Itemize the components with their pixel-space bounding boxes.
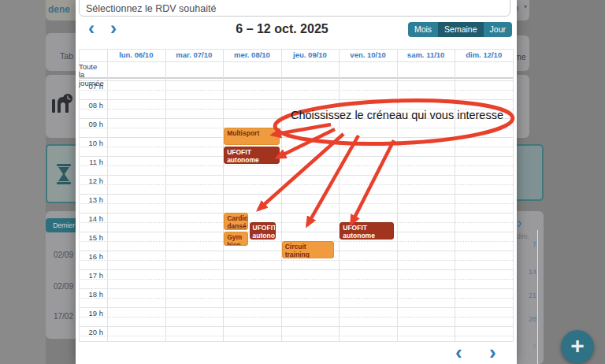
event-gym-bien-tre[interactable]: Gym bien-être	[224, 232, 248, 246]
grid-hour-line	[79, 99, 513, 100]
minical-divider	[537, 230, 538, 364]
hour-label: 20 h	[79, 328, 103, 336]
grid-hour-line	[79, 288, 513, 289]
grid-halfhour-line	[79, 260, 513, 261]
grid-hour-line	[79, 137, 513, 138]
hour-label: 19 h	[79, 309, 103, 318]
backdrop-facility-card[interactable]	[46, 75, 76, 138]
tab-label: Tab	[60, 51, 73, 61]
grid-halfhour-line	[79, 109, 513, 110]
grid-hour-line	[79, 307, 513, 308]
grid-hour-line	[79, 232, 513, 232]
history-date: 02/09	[54, 251, 73, 259]
grid-column-line	[223, 49, 224, 341]
grid-halfhour-line	[79, 222, 513, 223]
grid-halfhour-line	[79, 184, 513, 185]
grid-line	[79, 341, 513, 342]
minical-day-header: dim.	[517, 232, 529, 240]
event-ufofit-autonome[interactable]: UFOFIT autonome	[250, 222, 277, 240]
backdrop-left-margin	[0, 0, 46, 364]
hour-label: 15 h	[79, 233, 103, 242]
hour-label: 09 h	[79, 120, 103, 128]
backdrop-logo-card: dene	[46, 0, 76, 20]
grid-hour-line	[79, 213, 513, 214]
grid-line	[79, 77, 513, 79]
grid-column-line	[455, 49, 455, 341]
day-header-ven[interactable]: ven. 10/10	[339, 50, 397, 61]
minical-next-icon[interactable]: ›	[517, 214, 522, 232]
hour-label: 13 h	[79, 195, 103, 204]
grid-column-line	[79, 49, 80, 341]
grid-line	[79, 49, 513, 50]
grid-halfhour-line	[79, 317, 513, 318]
day-header-mar[interactable]: mar. 07/10	[165, 50, 224, 61]
caret-down-icon: ▾	[524, 3, 527, 10]
grid-halfhour-line	[79, 147, 513, 147]
grid-column-line	[513, 49, 514, 341]
grid-column-line	[339, 49, 340, 341]
grid-hour-line	[79, 269, 513, 270]
grid-hour-line	[79, 80, 513, 81]
grid-column-line	[281, 49, 282, 341]
event-multisport[interactable]: Multisport	[224, 128, 280, 145]
grid-halfhour-line	[79, 279, 513, 280]
hour-label: 18 h	[79, 290, 103, 299]
event-cardio-dans-[interactable]: Cardio dansé	[224, 213, 248, 230]
hour-label: 16 h	[79, 252, 103, 261]
hourglass-icon	[56, 164, 72, 184]
screen: dene Tab Dernier 02/0902/0917/02 ime ▾ n…	[0, 0, 605, 364]
grid-halfhour-line	[79, 128, 513, 128]
grid-column-line	[397, 49, 398, 341]
day-header-lun[interactable]: lun. 06/10	[107, 50, 165, 61]
logo-text: dene	[48, 4, 70, 15]
grid-line	[79, 61, 513, 62]
grid-hour-line	[79, 326, 513, 327]
hour-label: 12 h	[79, 176, 103, 185]
hour-label: 17 h	[79, 271, 103, 280]
grid-hour-line	[79, 194, 513, 195]
day-header-sam[interactable]: sam. 11/10	[397, 50, 455, 61]
event-circuit-training[interactable]: Circuit training	[282, 241, 334, 258]
grid-halfhour-line	[79, 90, 513, 91]
grid-hour-line	[79, 118, 513, 119]
plus-icon: +	[570, 332, 585, 358]
facility-clock-icon	[51, 92, 75, 116]
backdrop-tab-card[interactable]: Tab	[46, 33, 76, 71]
grid-halfhour-line	[79, 298, 513, 299]
backdrop-history-card: Dernier 02/0902/0917/02	[46, 211, 76, 339]
day-header-dim[interactable]: dim. 12/10	[455, 50, 513, 61]
dernier-tab[interactable]: Dernier	[46, 218, 76, 232]
grid-halfhour-line	[79, 165, 513, 166]
hour-label: 11 h	[79, 158, 103, 166]
event-ufofit-autonome[interactable]: UFOFIT autonome	[224, 147, 280, 164]
backdrop-hourglass-tile[interactable]	[46, 144, 76, 203]
footer-next-button[interactable]: ›	[489, 344, 496, 361]
event-ufofit-autonome[interactable]: UFOFIT autonome	[340, 222, 393, 240]
grid-column-line	[165, 49, 166, 341]
hour-label: 10 h	[79, 139, 103, 147]
grid-halfhour-line	[79, 203, 513, 204]
allday-label: Toute la journée	[79, 63, 105, 87]
history-date: 17/02	[54, 312, 73, 321]
day-header-mer[interactable]: mer. 08/10	[223, 50, 281, 61]
grid-hour-line	[79, 156, 513, 157]
hour-label: 14 h	[79, 214, 103, 223]
day-header-jeu[interactable]: jeu. 09/10	[281, 50, 340, 61]
grid-hour-line	[79, 175, 513, 176]
rdv-scheduler-modal: ‹ › 6 – 12 oct. 2025 MoisSemaineJour 07 …	[76, 0, 517, 364]
footer-prev-button[interactable]: ‹	[455, 344, 462, 361]
hour-label: 08 h	[79, 101, 103, 110]
add-button[interactable]: +	[561, 330, 594, 363]
grid-halfhour-line	[79, 336, 513, 336]
week-calendar: 07 h08 h09 h10 h11 h12 h13 h14 h15 h16 h…	[76, 0, 517, 364]
history-date: 02/09	[54, 282, 73, 291]
grid-column-line	[107, 49, 108, 341]
